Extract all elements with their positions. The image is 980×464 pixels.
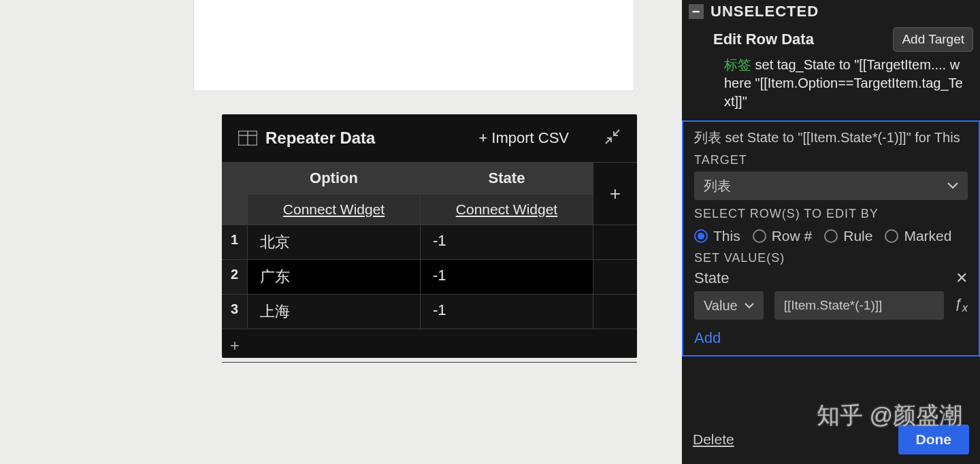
value-expression-input[interactable]: [[Item.State*(-1)]] [774, 291, 944, 320]
value-type-dropdown[interactable]: Value [694, 291, 764, 320]
svg-line-4 [614, 130, 619, 135]
row-side [593, 260, 637, 295]
select-rows-label: SELECT ROW(S) TO EDIT BY [694, 207, 968, 221]
radio-label: Row # [772, 228, 813, 244]
action-name: Edit Row Data [713, 31, 814, 48]
target-value: 列表 [704, 177, 731, 195]
add-target-button[interactable]: Add Target [893, 27, 973, 52]
row-number[interactable]: 3 [222, 295, 248, 329]
canvas-card [193, 0, 634, 91]
selected-action-editor: 列表 set State to "[[Item.State*(-1)]]" fo… [682, 120, 980, 357]
cell-option[interactable]: 上海 [248, 295, 421, 329]
set-values-label: SET VALUE(S) [694, 251, 968, 265]
radio-icon [885, 229, 898, 243]
column-header-state[interactable]: State [421, 163, 593, 195]
cell-option[interactable]: 北京 [248, 225, 421, 260]
cell-state[interactable]: -1 [421, 295, 593, 329]
add-column-button[interactable]: + [593, 163, 637, 225]
radio-marked[interactable]: Marked [885, 228, 951, 244]
add-value-link[interactable]: Add [694, 329, 721, 347]
add-row-button[interactable]: + [222, 329, 637, 363]
radio-icon [753, 229, 766, 243]
set-value-name: State [694, 269, 729, 287]
table-corner [222, 195, 248, 225]
canvas-area: Repeater Data + Import CSV Option State … [0, 0, 682, 464]
tag-label: 标签 [724, 57, 751, 72]
radio-icon [694, 229, 708, 243]
table-corner [222, 163, 248, 195]
event-head[interactable]: − UNSELECTED [689, 3, 973, 20]
event-block: − UNSELECTED Edit Row Data Add Target 标签… [682, 0, 980, 120]
radio-rule[interactable]: Rule [824, 228, 872, 244]
cell-option[interactable]: 广东 [248, 260, 421, 295]
fx-button[interactable]: ƒx [955, 296, 968, 315]
cell-state[interactable]: -1 [421, 225, 593, 260]
row-number[interactable]: 2 [222, 260, 248, 295]
repeater-table: Option State + Connect Widget Connect Wi… [222, 162, 637, 363]
chevron-down-icon [947, 182, 958, 189]
done-button[interactable]: Done [898, 425, 970, 454]
collapse-icon[interactable] [604, 129, 621, 148]
repeater-header: Repeater Data + Import CSV [222, 114, 637, 162]
column-header-option[interactable]: Option [248, 163, 421, 195]
radio-icon [824, 229, 838, 243]
repeater-title: Repeater Data [265, 129, 470, 148]
plus-icon: + [478, 129, 487, 147]
radio-label: Rule [843, 228, 872, 244]
value-type-label: Value [704, 298, 738, 314]
svg-line-3 [606, 138, 611, 144]
radio-this[interactable]: This [694, 228, 740, 244]
value-expression-text: [[Item.State*(-1)]] [784, 298, 883, 313]
radio-label: This [713, 228, 740, 244]
radio-label: Marked [904, 228, 951, 244]
delete-link[interactable]: Delete [693, 431, 734, 448]
row-number[interactable]: 1 [222, 225, 248, 260]
target-select[interactable]: 列表 [694, 171, 968, 200]
select-rows-radio-group: This Row # Rule Marked [694, 228, 968, 244]
action-row[interactable]: Edit Row Data Add Target [689, 23, 973, 56]
action-text: set tag_State to "[[TargetItem.... where… [724, 57, 963, 109]
chevron-down-icon [745, 303, 754, 309]
collapse-toggle-icon[interactable]: − [689, 4, 704, 19]
row-side [593, 225, 637, 260]
radio-rownum[interactable]: Row # [753, 228, 813, 244]
editor-footer: Delete Done [693, 425, 969, 454]
set-value-row: State ✕ [694, 269, 968, 287]
row-side [593, 295, 637, 329]
target-section-label: TARGET [694, 153, 968, 167]
value-input-row: Value [[Item.State*(-1)]] ƒx [694, 291, 968, 320]
connect-widget-option[interactable]: Connect Widget [248, 195, 421, 225]
import-csv-label: Import CSV [491, 129, 569, 147]
table-icon [238, 131, 257, 146]
inspector-panel: − UNSELECTED Edit Row Data Add Target 标签… [682, 0, 980, 464]
import-csv-button[interactable]: + Import CSV [478, 129, 569, 147]
event-name: UNSELECTED [710, 3, 819, 20]
selected-action-summary[interactable]: 列表 set State to "[[Item.State*(-1)]]" fo… [694, 129, 968, 146]
action-description-1[interactable]: 标签 set tag_State to "[[TargetItem.... wh… [689, 56, 973, 116]
connect-widget-state[interactable]: Connect Widget [421, 195, 593, 225]
repeater-data-panel: Repeater Data + Import CSV Option State … [222, 114, 637, 358]
remove-value-button[interactable]: ✕ [956, 269, 968, 287]
cell-state[interactable]: -1 [421, 260, 593, 295]
